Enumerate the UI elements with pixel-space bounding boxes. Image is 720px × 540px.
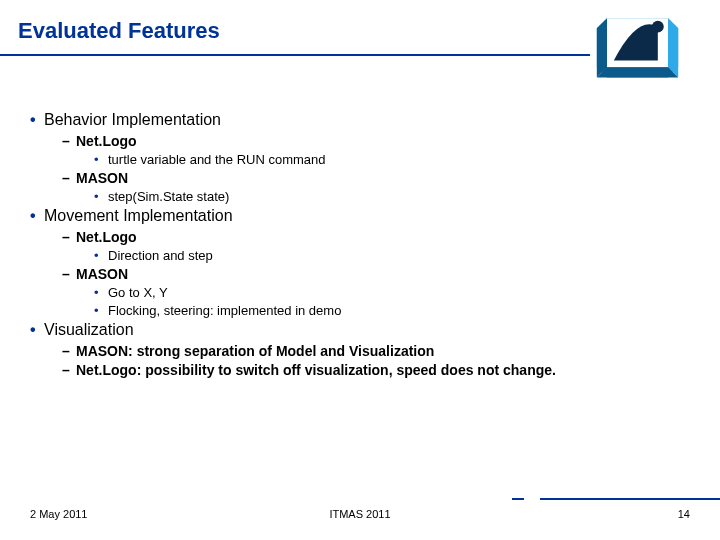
sub-item-label: MASON — [76, 170, 128, 186]
section-heading: •Visualization — [30, 321, 690, 339]
sub-item: –MASON: strong separation of Model and V… — [62, 343, 690, 359]
detail-item: •Flocking, steering: implemented in demo — [94, 303, 690, 318]
footer-venue: ITMAS 2011 — [329, 508, 390, 520]
svg-marker-2 — [597, 18, 607, 77]
sub-item-label: Net.Logo — [76, 133, 137, 149]
sub-item: –Net.Logo — [62, 133, 690, 149]
sub-item: –Net.Logo — [62, 229, 690, 245]
sub-item-label: MASON — [76, 266, 128, 282]
detail-text: Go to X, Y — [108, 285, 168, 300]
svg-marker-4 — [597, 67, 678, 77]
footer: 2 May 2011 ITMAS 2011 14 — [30, 508, 690, 520]
heading-text: Movement Implementation — [44, 207, 233, 224]
title-underline — [0, 54, 590, 56]
section-heading: •Behavior Implementation — [30, 111, 690, 129]
footer-page-number: 14 — [678, 508, 690, 520]
detail-item: •step(Sim.State state) — [94, 189, 690, 204]
footer-date: 2 May 2011 — [30, 508, 87, 520]
footer-accent-line — [512, 498, 524, 500]
slide-title: Evaluated Features — [18, 18, 220, 44]
content-body: •Behavior Implementation –Net.Logo •turt… — [30, 108, 690, 381]
sub-item-label: Net.Logo: possibility to switch off visu… — [76, 362, 556, 378]
section-heading: •Movement Implementation — [30, 207, 690, 225]
sub-item-label: MASON: strong separation of Model and Vi… — [76, 343, 434, 359]
detail-text: Flocking, steering: implemented in demo — [108, 303, 341, 318]
sub-item: –MASON — [62, 170, 690, 186]
footer-accent-line — [540, 498, 720, 500]
logo-icon — [595, 8, 680, 80]
sub-item: –MASON — [62, 266, 690, 282]
svg-marker-3 — [668, 18, 678, 77]
detail-text: step(Sim.State state) — [108, 189, 229, 204]
sub-item-label: Net.Logo — [76, 229, 137, 245]
sub-item: –Net.Logo: possibility to switch off vis… — [62, 362, 690, 378]
detail-text: Direction and step — [108, 248, 213, 263]
detail-item: •Direction and step — [94, 248, 690, 263]
heading-text: Visualization — [44, 321, 134, 338]
heading-text: Behavior Implementation — [44, 111, 221, 128]
detail-text: turtle variable and the RUN command — [108, 152, 326, 167]
detail-item: •turtle variable and the RUN command — [94, 152, 690, 167]
detail-item: •Go to X, Y — [94, 285, 690, 300]
